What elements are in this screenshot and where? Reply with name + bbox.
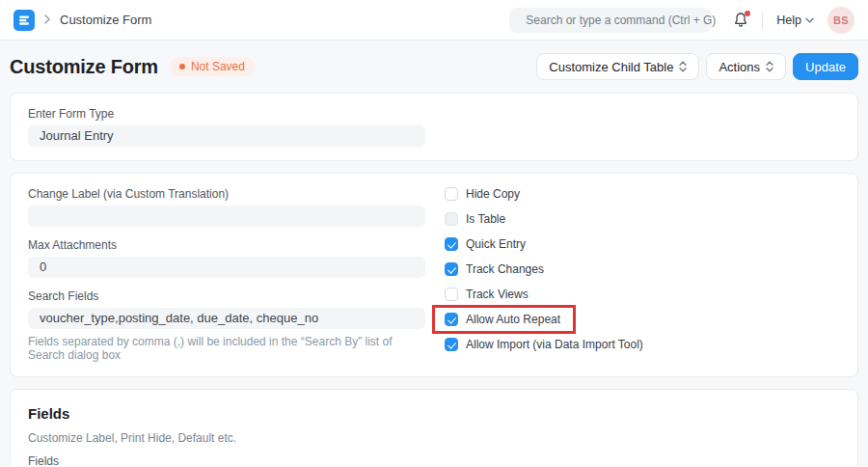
form-type-label: Enter Form Type xyxy=(28,107,840,121)
checkbox-hide-copy[interactable]: Hide Copy xyxy=(445,187,840,201)
chevron-select-icon xyxy=(679,61,687,72)
search-fields-input[interactable]: voucher_type,posting_date, due_date, che… xyxy=(28,308,425,329)
allow-import-checkbox[interactable] xyxy=(445,338,458,351)
not-saved-indicator: Not Saved xyxy=(170,57,255,76)
fields-section-title: Fields xyxy=(28,405,840,422)
notification-dot xyxy=(745,11,750,16)
page-title: Customize Form xyxy=(10,56,158,78)
properties-left-column: Change Label (via Custom Translation) Ma… xyxy=(28,187,425,363)
help-label: Help xyxy=(776,14,801,27)
track-changes-label: Track Changes xyxy=(466,262,544,276)
search-placeholder: Search or type a command (Ctrl + G) xyxy=(526,14,716,27)
breadcrumb-chevron-icon xyxy=(43,14,51,27)
actions-button[interactable]: Actions xyxy=(706,53,786,80)
navbar: Customize Form Search or type a command … xyxy=(0,0,868,41)
indicator-dot xyxy=(179,64,185,69)
change-label-label: Change Label (via Custom Translation) xyxy=(28,187,425,201)
checkbox-allow-import[interactable]: Allow Import (via Data Import Tool) xyxy=(445,338,840,351)
erpnext-logo-icon xyxy=(17,14,31,27)
actions-label: Actions xyxy=(719,60,760,74)
checkbox-is-table[interactable]: Is Table xyxy=(445,212,840,226)
track-changes-checkbox[interactable] xyxy=(445,262,458,276)
checkbox-quick-entry[interactable]: Quick Entry xyxy=(445,237,840,251)
hide-copy-checkbox[interactable] xyxy=(445,187,458,201)
track-views-checkbox[interactable] xyxy=(445,288,458,301)
properties-card: Change Label (via Custom Translation) Ma… xyxy=(10,173,858,377)
update-button[interactable]: Update xyxy=(793,53,858,80)
hide-copy-label: Hide Copy xyxy=(466,187,520,201)
max-attachments-label: Max Attachments xyxy=(28,238,425,252)
is-table-checkbox xyxy=(445,212,458,226)
page-container: Customize Form Not Saved Customize Child… xyxy=(0,41,868,467)
highlight-annotation: Allow Auto Repeat xyxy=(432,305,576,334)
breadcrumb[interactable]: Customize Form xyxy=(60,13,151,27)
fields-grid-label: Fields xyxy=(28,454,840,467)
search-fields-label: Search Fields xyxy=(28,289,425,303)
form-type-input[interactable]: Journal Entry xyxy=(28,125,425,147)
navbar-divider xyxy=(762,12,763,29)
form-type-card: Enter Form Type Journal Entry xyxy=(10,93,858,161)
global-search-input[interactable]: Search or type a command (Ctrl + G) xyxy=(509,8,712,33)
track-views-label: Track Views xyxy=(466,288,529,301)
allow-auto-repeat-checkbox[interactable] xyxy=(445,313,458,326)
search-fields-description: Fields separated by comma (,) will be in… xyxy=(28,335,425,362)
properties-right-column: Hide Copy Is Table Quick Entry Track Cha… xyxy=(445,187,840,363)
allow-import-label: Allow Import (via Data Import Tool) xyxy=(466,338,643,351)
is-table-label: Is Table xyxy=(466,212,505,226)
change-label-input[interactable] xyxy=(28,206,425,227)
chevron-down-icon xyxy=(805,17,814,23)
quick-entry-checkbox[interactable] xyxy=(445,237,458,251)
max-attachments-input[interactable]: 0 xyxy=(28,257,425,278)
chevron-select-icon xyxy=(766,61,773,72)
customize-child-table-label: Customize Child Table xyxy=(549,60,673,74)
erpnext-logo[interactable] xyxy=(14,10,35,31)
fields-card: Fields Customize Label, Print Hide, Defa… xyxy=(10,389,858,467)
checkbox-allow-auto-repeat[interactable]: Allow Auto Repeat xyxy=(445,313,560,326)
help-menu[interactable]: Help xyxy=(776,14,814,27)
quick-entry-label: Quick Entry xyxy=(466,237,526,251)
checkbox-track-views[interactable]: Track Views xyxy=(445,288,840,301)
allow-auto-repeat-label: Allow Auto Repeat xyxy=(466,313,560,326)
page-head: Customize Form Not Saved Customize Child… xyxy=(10,41,858,93)
customize-form-page: Customize Form Search or type a command … xyxy=(0,0,868,467)
customize-child-table-button[interactable]: Customize Child Table xyxy=(536,53,699,80)
avatar[interactable]: BS xyxy=(827,7,854,34)
notifications-button[interactable] xyxy=(733,12,748,28)
checkbox-track-changes[interactable]: Track Changes xyxy=(445,262,840,276)
indicator-label: Not Saved xyxy=(191,60,245,73)
fields-section-description: Customize Label, Print Hide, Default etc… xyxy=(28,431,840,445)
